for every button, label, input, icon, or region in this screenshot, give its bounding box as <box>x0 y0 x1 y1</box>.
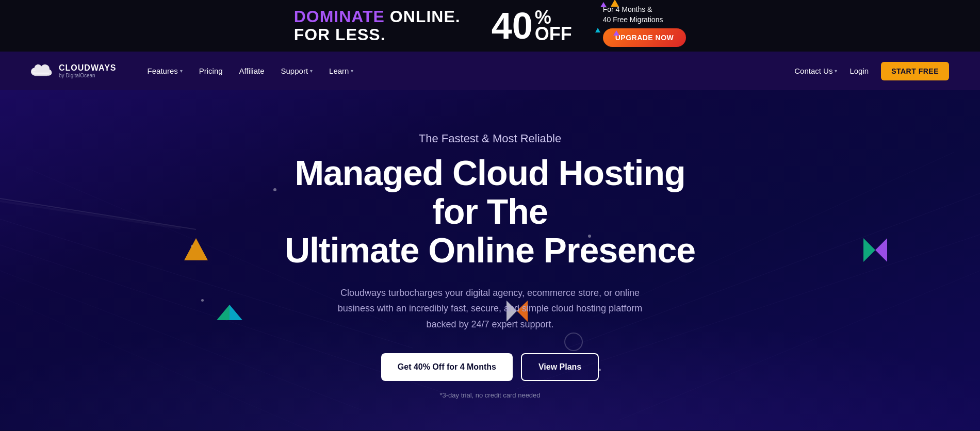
svg-marker-18 <box>230 305 242 320</box>
nav-pricing[interactable]: Pricing <box>199 67 223 75</box>
tri-purple2 <box>613 30 619 36</box>
hero-subtitle: The Fastest & Most Reliable <box>284 132 696 145</box>
logo-text: CLOUDWAYS by DigitalOcean <box>59 63 117 78</box>
dot1 <box>273 188 276 191</box>
features-chevron: ▾ <box>180 68 183 74</box>
svg-marker-17 <box>217 305 230 320</box>
svg-rect-0 <box>33 72 50 74</box>
svg-marker-20 <box>863 238 875 262</box>
nav-features[interactable]: Features ▾ <box>148 67 183 75</box>
hero-section: The Fastest & Most Reliable Managed Clou… <box>0 90 980 430</box>
shape-cyan-arrow <box>862 237 888 265</box>
logo-sub: by DigitalOcean <box>59 73 117 78</box>
contact-chevron: ▾ <box>835 68 837 74</box>
shape-yellow-triangle <box>183 237 209 265</box>
svg-marker-21 <box>875 238 887 262</box>
cta-primary-button[interactable]: Get 40% Off for 4 Months <box>381 353 513 381</box>
nav-login[interactable]: Login <box>850 67 869 75</box>
svg-marker-15 <box>184 238 208 260</box>
banner-discount: 40 % OFF <box>492 7 572 44</box>
cta-secondary-button[interactable]: View Plans <box>521 353 599 381</box>
start-free-button[interactable]: START FREE <box>881 62 949 80</box>
hero-description: Cloudways turbocharges your digital agen… <box>330 285 650 333</box>
tri-teal <box>595 28 600 32</box>
nav-affiliate[interactable]: Affiliate <box>239 67 265 75</box>
svg-line-8 <box>0 296 309 430</box>
nav-right: Contact Us ▾ Login START FREE <box>794 62 949 80</box>
navbar: CLOUDWAYS by DigitalOcean Features ▾ Pri… <box>0 52 980 90</box>
hero-title: Managed Cloud Hosting for The Ultimate O… <box>284 154 696 269</box>
svg-line-14 <box>0 201 181 228</box>
top-banner: DOMINATE ONLINE. FOR LESS. 40 % OFF For … <box>0 0 980 52</box>
support-chevron: ▾ <box>310 68 313 74</box>
nav-links: Features ▾ Pricing Affiliate Support ▾ L… <box>148 67 795 75</box>
learn-chevron: ▾ <box>351 68 353 74</box>
nav-support[interactable]: Support ▾ <box>281 67 313 75</box>
discount-percent-off: % OFF <box>535 8 572 43</box>
dot3 <box>201 299 204 302</box>
banner-headline-block: DOMINATE ONLINE. FOR LESS. <box>294 8 461 44</box>
tri-purple <box>600 2 607 7</box>
logo[interactable]: CLOUDWAYS by DigitalOcean <box>31 63 117 78</box>
logo-name: CLOUDWAYS <box>59 63 117 73</box>
banner-months-text: For 4 Months & 40 Free Migrations <box>603 5 663 25</box>
banner-headline-line1: DOMINATE ONLINE. <box>294 8 461 26</box>
shape-teal-diamond <box>214 302 245 335</box>
hero-content: The Fastest & Most Reliable Managed Clou… <box>284 132 696 399</box>
hero-buttons: Get 40% Off for 4 Months View Plans <box>284 353 696 381</box>
tri-yellow <box>611 0 619 7</box>
banner-headline-line2: FOR LESS. <box>294 26 461 44</box>
nav-contact[interactable]: Contact Us ▾ <box>794 67 837 75</box>
svg-rect-1 <box>35 75 47 76</box>
nav-learn[interactable]: Learn ▾ <box>329 67 353 75</box>
svg-line-13 <box>0 198 196 229</box>
discount-number: 40 <box>492 7 533 44</box>
cloudways-logo-icon <box>31 64 54 78</box>
banner-right-info: For 4 Months & 40 Free Migrations UPGRAD… <box>603 5 687 46</box>
trial-text: *3-day trial, no credit card needed <box>284 391 696 399</box>
